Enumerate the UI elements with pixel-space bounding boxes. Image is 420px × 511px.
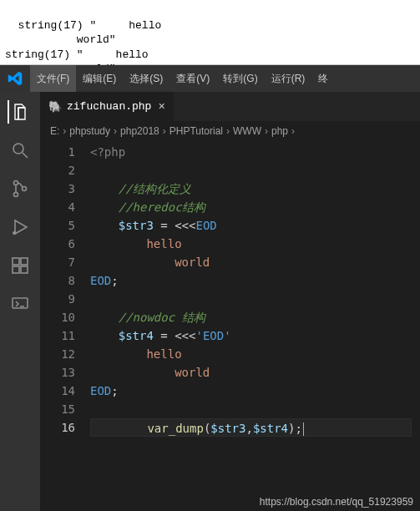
line-number: 3 [40, 180, 75, 198]
crumb[interactable]: php2018 [120, 125, 159, 137]
chevron-right-icon: › [226, 125, 230, 137]
line-number: 1 [40, 143, 75, 161]
source-control-icon[interactable] [8, 177, 32, 200]
output-line: string(17) " hello [18, 19, 162, 32]
crumb[interactable]: PHPTutorial [170, 125, 223, 137]
tab-filename: zifuchuan.php [67, 100, 151, 113]
code-line[interactable]: //heredoc结构 [90, 198, 420, 216]
menubar: 文件(F) 编辑(E) 选择(S) 查看(V) 转到(G) 运行(R) 终 [0, 65, 420, 92]
explorer-icon[interactable] [8, 100, 31, 124]
crumb[interactable]: php [271, 125, 288, 137]
line-number: 5 [40, 216, 75, 235]
menu-go[interactable]: 转到(G) [216, 65, 264, 92]
extensions-icon[interactable] [8, 254, 32, 277]
crumb[interactable]: E: [50, 125, 59, 137]
code-line[interactable]: //结构化定义 [90, 180, 420, 198]
activity-bar [0, 92, 40, 511]
menu-view[interactable]: 查看(V) [170, 65, 216, 92]
line-number: 16 [40, 418, 75, 437]
code-body[interactable]: <?php //结构化定义 //heredoc结构 $str3 = <<<EOD… [90, 141, 420, 511]
code-line[interactable] [90, 400, 420, 418]
breadcrumbs[interactable]: E: › phpstudy › php2018 › PHPTutorial › … [40, 121, 420, 141]
menu-selection-label: 选择(S) [129, 72, 163, 86]
menu-file[interactable]: 文件(F) [30, 65, 76, 92]
code-line[interactable]: EOD; [90, 382, 420, 400]
menu-terminal-label: 终 [318, 72, 328, 86]
crumb[interactable]: phpstudy [69, 125, 110, 137]
chevron-right-icon: › [291, 125, 295, 137]
code-line[interactable] [90, 290, 420, 308]
chevron-right-icon: › [114, 125, 117, 137]
code-line[interactable]: <?php [90, 143, 420, 161]
remote-icon[interactable] [8, 292, 32, 316]
svg-rect-8 [21, 258, 28, 265]
code-line[interactable]: EOD; [90, 271, 420, 290]
line-number: 13 [40, 363, 75, 382]
menu-go-label: 转到(G) [223, 72, 257, 86]
svg-point-1 [14, 181, 18, 185]
line-number: 8 [40, 271, 75, 290]
chevron-right-icon: › [265, 125, 268, 137]
svg-rect-6 [13, 266, 19, 273]
code-line[interactable]: hello [90, 345, 420, 363]
line-number: 15 [40, 400, 75, 418]
chevron-right-icon: › [163, 125, 166, 137]
line-number: 4 [40, 198, 75, 216]
code-line[interactable] [90, 161, 420, 180]
line-number: 2 [40, 161, 75, 180]
line-number: 11 [40, 326, 75, 345]
menu-selection[interactable]: 选择(S) [123, 65, 170, 92]
svg-rect-7 [21, 266, 28, 273]
code-line[interactable]: world [90, 253, 420, 271]
line-gutter: 1 2 3 4 5 6 7 8 9 10 11 12 13 14 15 16 [40, 141, 90, 511]
output-line: string(17) " hello [5, 48, 149, 61]
code-line[interactable]: //nowdoc 结构 [90, 308, 420, 326]
run-debug-icon[interactable] [8, 215, 32, 239]
chevron-right-icon: › [63, 125, 66, 137]
code-line[interactable]: var_dump($str3,$str4); [90, 418, 412, 437]
php-file-icon: 🐘 [48, 100, 62, 114]
code-line[interactable]: world [90, 363, 420, 382]
output-line: world" [5, 33, 116, 46]
crumb[interactable]: WWW [233, 125, 261, 137]
menu-file-label: 文件(F) [37, 72, 69, 86]
line-number: 14 [40, 382, 75, 400]
svg-rect-5 [13, 258, 19, 265]
php-output: string(17) " hello world" string(17) " h… [0, 0, 420, 65]
line-number: 7 [40, 253, 75, 271]
vscode-window: 文件(F) 编辑(E) 选择(S) 查看(V) 转到(G) 运行(R) 终 [0, 65, 420, 511]
search-icon[interactable] [8, 139, 32, 162]
vscode-logo-icon [7, 70, 23, 87]
svg-point-3 [23, 187, 27, 191]
close-icon[interactable]: × [158, 100, 164, 114]
code-area[interactable]: 1 2 3 4 5 6 7 8 9 10 11 12 13 14 15 16 [40, 141, 420, 511]
code-line[interactable]: hello [90, 235, 420, 253]
menu-edit-label: 编辑(E) [83, 72, 116, 86]
code-line[interactable]: $str4 = <<<'EOD' [90, 326, 420, 345]
menu-terminal[interactable]: 终 [311, 65, 335, 92]
line-number: 6 [40, 235, 75, 253]
menu-run-label: 运行(R) [271, 72, 306, 86]
tab-zifuchuan[interactable]: 🐘 zifuchuan.php × [40, 92, 175, 121]
svg-point-4 [13, 231, 16, 235]
editor-content: 🐘 zifuchuan.php × E: › phpstudy › php201… [40, 92, 420, 511]
line-number: 12 [40, 345, 75, 363]
line-number: 9 [40, 290, 75, 308]
line-number: 10 [40, 308, 75, 326]
svg-point-0 [13, 144, 23, 154]
menu-edit[interactable]: 编辑(E) [76, 65, 123, 92]
svg-point-2 [14, 193, 18, 197]
editor-tabs: 🐘 zifuchuan.php × [40, 92, 420, 121]
code-line[interactable]: $str3 = <<<EOD [90, 216, 420, 235]
menu-view-label: 查看(V) [176, 72, 210, 86]
menu-run[interactable]: 运行(R) [265, 65, 312, 92]
